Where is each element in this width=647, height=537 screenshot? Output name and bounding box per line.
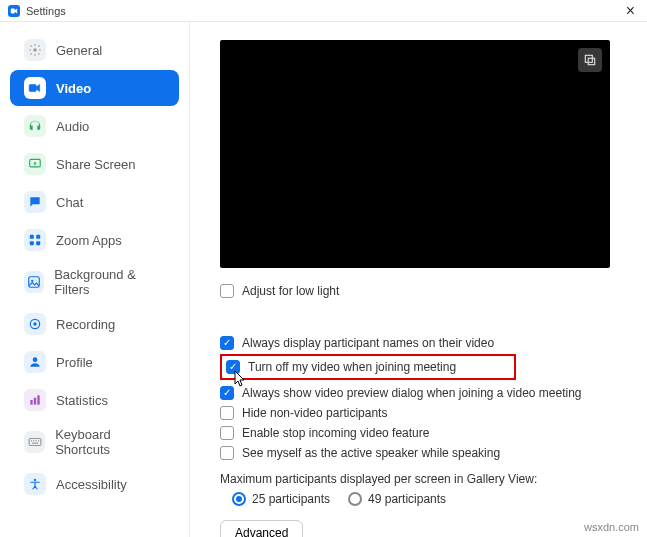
- advanced-button[interactable]: Advanced: [220, 520, 303, 537]
- svg-point-22: [34, 479, 36, 481]
- checkbox-see-myself[interactable]: [220, 446, 234, 460]
- keyboard-icon: [24, 431, 45, 453]
- sidebar-item-chat[interactable]: Chat: [10, 184, 179, 220]
- radio-label: 49 participants: [368, 492, 446, 506]
- sidebar-item-share-screen[interactable]: Share Screen: [10, 146, 179, 182]
- sidebar-item-label: Audio: [56, 119, 89, 134]
- profile-icon: [24, 351, 46, 373]
- sidebar-item-zoom-apps[interactable]: Zoom Apps: [10, 222, 179, 258]
- gear-icon: [24, 39, 46, 61]
- share-screen-icon: [24, 153, 46, 175]
- sidebar-item-label: Background & Filters: [54, 267, 165, 297]
- sidebar-item-accessibility[interactable]: Accessibility: [10, 466, 179, 502]
- svg-rect-13: [30, 400, 32, 405]
- option-label: Enable stop incoming video feature: [242, 426, 429, 440]
- sidebar-item-statistics[interactable]: Statistics: [10, 382, 179, 418]
- sidebar-item-profile[interactable]: Profile: [10, 344, 179, 380]
- svg-rect-21: [32, 443, 38, 444]
- sidebar-item-label: Video: [56, 81, 91, 96]
- option-label: See myself as the active speaker while s…: [242, 446, 500, 460]
- app-icon: [8, 5, 20, 17]
- svg-rect-18: [33, 440, 34, 441]
- radio-label: 25 participants: [252, 492, 330, 506]
- sidebar-item-audio[interactable]: Audio: [10, 108, 179, 144]
- sidebar-item-video[interactable]: Video: [10, 70, 179, 106]
- option-label: Always show video preview dialog when jo…: [242, 386, 582, 400]
- expand-preview-button[interactable]: [578, 48, 602, 72]
- main-panel: Adjust for low light Always display part…: [190, 22, 647, 537]
- sidebar-item-label: Accessibility: [56, 477, 127, 492]
- option-label: Adjust for low light: [242, 284, 339, 298]
- background-icon: [24, 271, 44, 293]
- video-preview: [220, 40, 610, 268]
- svg-point-11: [33, 322, 37, 326]
- max-participants-label: Maximum participants displayed per scree…: [220, 472, 627, 486]
- checkbox-adjust-low-light[interactable]: [220, 284, 234, 298]
- sidebar-item-recording[interactable]: Recording: [10, 306, 179, 342]
- radio-25-participants[interactable]: [232, 492, 246, 506]
- radio-49-participants[interactable]: [348, 492, 362, 506]
- sidebar: General Video Audio Share Screen Chat Zo…: [0, 22, 190, 537]
- accessibility-icon: [24, 473, 46, 495]
- svg-rect-20: [37, 440, 38, 441]
- svg-rect-16: [29, 439, 41, 446]
- chat-icon: [24, 191, 46, 213]
- sidebar-item-general[interactable]: General: [10, 32, 179, 68]
- svg-rect-24: [588, 58, 594, 64]
- svg-rect-6: [30, 241, 34, 245]
- sidebar-item-label: Recording: [56, 317, 115, 332]
- svg-rect-2: [29, 85, 36, 92]
- svg-rect-7: [36, 241, 40, 245]
- sidebar-item-label: Zoom Apps: [56, 233, 122, 248]
- apps-icon: [24, 229, 46, 251]
- checkbox-show-preview[interactable]: [220, 386, 234, 400]
- checkbox-stop-incoming[interactable]: [220, 426, 234, 440]
- svg-rect-5: [36, 235, 40, 239]
- recording-icon: [24, 313, 46, 335]
- sidebar-item-label: General: [56, 43, 102, 58]
- checkbox-turn-off-video[interactable]: [226, 360, 240, 374]
- sidebar-item-label: Chat: [56, 195, 83, 210]
- audio-icon: [24, 115, 46, 137]
- sidebar-item-keyboard-shortcuts[interactable]: Keyboard Shortcuts: [10, 420, 179, 464]
- checkbox-hide-nonvideo[interactable]: [220, 406, 234, 420]
- watermark: wsxdn.com: [584, 521, 639, 533]
- statistics-icon: [24, 389, 46, 411]
- svg-rect-0: [11, 8, 15, 13]
- sidebar-item-label: Statistics: [56, 393, 108, 408]
- svg-point-9: [31, 280, 33, 282]
- svg-rect-4: [30, 235, 34, 239]
- titlebar: Settings ×: [0, 0, 647, 22]
- svg-rect-17: [30, 440, 31, 441]
- close-button[interactable]: ×: [622, 3, 639, 19]
- video-icon: [24, 77, 46, 99]
- highlighted-option: Turn off my video when joining meeting: [220, 354, 516, 380]
- sidebar-item-label: Keyboard Shortcuts: [55, 427, 165, 457]
- window-title: Settings: [26, 5, 66, 17]
- svg-rect-19: [35, 440, 36, 441]
- svg-point-1: [33, 48, 37, 52]
- svg-rect-15: [37, 395, 39, 404]
- sidebar-item-background-filters[interactable]: Background & Filters: [10, 260, 179, 304]
- svg-point-12: [33, 357, 38, 362]
- checkbox-display-names[interactable]: [220, 336, 234, 350]
- sidebar-item-label: Profile: [56, 355, 93, 370]
- svg-rect-8: [29, 277, 40, 288]
- option-label: Always display participant names on thei…: [242, 336, 494, 350]
- option-label: Turn off my video when joining meeting: [248, 360, 456, 374]
- svg-rect-14: [34, 398, 36, 405]
- sidebar-item-label: Share Screen: [56, 157, 136, 172]
- option-label: Hide non-video participants: [242, 406, 387, 420]
